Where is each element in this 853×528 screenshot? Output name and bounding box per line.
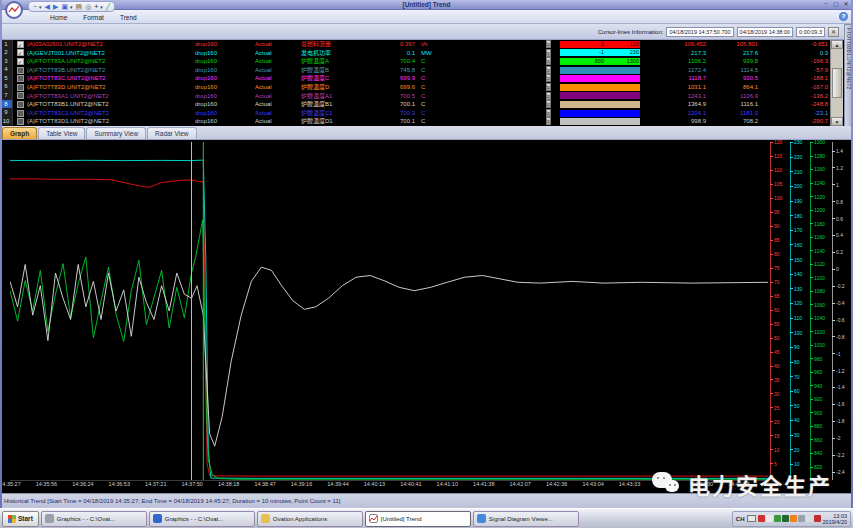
update-icon[interactable] — [790, 515, 797, 522]
scale-bar[interactable]: -1120 — [560, 41, 642, 48]
zoom-icon[interactable]: ◎ — [85, 2, 91, 11]
scale-bar[interactable] — [560, 84, 642, 91]
point-settings-icon[interactable]: ≡ — [546, 100, 551, 108]
alert-icon[interactable] — [758, 515, 765, 522]
chevron-down-icon[interactable]: ▾ — [39, 4, 42, 10]
scale-bar-fill[interactable]: -1120 — [560, 41, 640, 48]
window-layout-icon[interactable]: ▣ — [61, 2, 68, 11]
point-name[interactable]: (A)FTOTT83A1.UNIT2@NET2 — [27, 92, 195, 101]
trend-chart[interactable]: 14:35:2714:35:5614:36:2414:36:5314:37:21… — [0, 140, 853, 493]
point-settings-icon[interactable]: ≡ — [546, 66, 551, 74]
cursor-info-close-button[interactable]: ✕ — [828, 27, 839, 37]
start-button[interactable]: Start — [2, 511, 39, 527]
table-row[interactable]: 9(A)FTOTT83C1.UNIT2@NET2drop160Actual炉膛温… — [0, 109, 853, 118]
table-row[interactable]: 2✓(A)GEVJT001.UNIT2@NET2drop160Actual发电机… — [0, 49, 853, 58]
point-name[interactable]: (A)FTOTT83B.UNIT2@NET2 — [27, 66, 195, 75]
pen-trend-icon[interactable]: ╱ — [106, 2, 110, 11]
table-row[interactable]: 4(A)FTOTT83B.UNIT2@NET2drop160Actual炉膛温度… — [0, 66, 853, 75]
checkbox-icon[interactable]: ✓ — [17, 58, 24, 65]
point-name[interactable]: (A)03A02601.UNIT2@NET2 — [27, 40, 195, 49]
warning-icon[interactable] — [814, 515, 821, 522]
point-settings-button[interactable]: ≡ — [546, 83, 560, 92]
table-row[interactable]: 1✓(A)03A02601.UNIT2@NET2drop160Actual总燃料… — [0, 40, 853, 49]
tab-table-view[interactable]: Table View — [38, 127, 85, 139]
scrollbar-thumb[interactable] — [832, 68, 842, 98]
checkbox-icon[interactable] — [17, 110, 24, 117]
checkbox-icon[interactable] — [17, 75, 24, 82]
scale-bar-fill[interactable]: -1230 — [560, 49, 640, 56]
point-settings-icon[interactable]: ≡ — [546, 57, 551, 65]
scale-bar[interactable]: -1230 — [560, 49, 642, 56]
scale-bar[interactable]: 8001300 — [560, 58, 642, 65]
keyboard-icon[interactable] — [747, 515, 756, 522]
visibility-checkbox[interactable] — [13, 110, 27, 117]
scale-bar-fill[interactable] — [560, 84, 640, 91]
menu-item-format[interactable]: Format — [83, 14, 104, 21]
checkbox-icon[interactable] — [17, 67, 24, 74]
point-settings-button[interactable]: ≡ — [546, 49, 560, 58]
point-name[interactable]: (A)GEVJT001.UNIT2@NET2 — [27, 49, 195, 58]
taskbar-item[interactable]: Graphics - - C:\Ovat... — [149, 511, 255, 527]
visibility-checkbox[interactable] — [13, 84, 27, 91]
taskbar-item[interactable]: Graphics - - C:\Ovat... — [41, 511, 147, 527]
table-row[interactable]: 6(A)FTOTT83D.UNIT2@NET2drop160Actual炉膛温度… — [0, 83, 853, 92]
menu-item-trend[interactable]: Trend — [120, 14, 137, 21]
point-settings-icon[interactable]: ≡ — [546, 49, 551, 57]
scale-bar[interactable] — [560, 92, 642, 99]
point-settings-button[interactable]: ≡ — [546, 66, 560, 75]
visibility-checkbox[interactable] — [13, 67, 27, 74]
point-settings-icon[interactable]: ≡ — [546, 109, 551, 117]
tray-clock[interactable]: 13:03 2019/4/20 — [823, 513, 847, 525]
scale-bar-fill[interactable] — [560, 118, 640, 125]
checkbox-icon[interactable]: ✓ — [17, 49, 24, 56]
point-settings-button[interactable]: ≡ — [546, 92, 560, 101]
point-settings-button[interactable]: ≡ — [546, 40, 560, 49]
point-settings-icon[interactable]: ≡ — [546, 92, 551, 100]
visibility-checkbox[interactable]: ✓ — [13, 49, 27, 56]
scale-bar-fill[interactable] — [560, 110, 640, 117]
trend-chart-icon[interactable]: ~ — [33, 2, 37, 11]
checkbox-icon[interactable] — [17, 84, 24, 91]
visibility-checkbox[interactable] — [13, 101, 27, 108]
visibility-checkbox[interactable]: ✓ — [13, 41, 27, 48]
point-name[interactable]: (A)FTOTT83C.UNIT2@NET2 — [27, 74, 195, 83]
menu-item-home[interactable]: Home — [50, 14, 67, 21]
scale-bar[interactable] — [560, 67, 642, 74]
point-settings-button[interactable]: ≡ — [546, 100, 560, 109]
table-row[interactable]: 10(A)FTOTT83D1.UNIT2@NET2drop160Actual炉膛… — [0, 117, 853, 126]
point-settings-button[interactable]: ≡ — [546, 117, 560, 126]
report-icon[interactable]: ▤ — [76, 2, 83, 11]
checkbox-icon[interactable] — [17, 118, 24, 125]
point-settings-icon[interactable]: ≡ — [546, 117, 551, 125]
scroll-up-icon[interactable]: ▲ — [831, 40, 843, 49]
display-icon[interactable] — [798, 515, 805, 522]
point-settings-icon[interactable]: ≡ — [546, 74, 551, 82]
tab-radar-view[interactable]: Radar View — [147, 127, 196, 139]
volume-icon[interactable] — [806, 515, 813, 522]
visibility-checkbox[interactable]: ✓ — [13, 58, 27, 65]
scroll-down-icon[interactable]: ▼ — [831, 117, 843, 126]
back-icon[interactable]: ◀ — [45, 2, 50, 11]
point-name[interactable]: (A)FTOTT83D.UNIT2@NET2 — [27, 83, 195, 92]
table-row[interactable]: 8(A)FTOTT83B1.UNIT2@NET2drop160Actual炉膛温… — [0, 100, 853, 109]
point-settings-button[interactable]: ≡ — [546, 57, 560, 66]
scale-bar-fill[interactable] — [560, 67, 640, 74]
point-settings-button[interactable]: ≡ — [546, 74, 560, 83]
tab-graph[interactable]: Graph — [2, 127, 37, 139]
add-icon[interactable]: + — [94, 2, 98, 11]
chevron-down-icon[interactable]: ▾ — [100, 4, 103, 10]
flag-icon[interactable] — [766, 515, 773, 522]
scale-bar-fill[interactable] — [560, 92, 640, 99]
app-logo-icon[interactable] — [5, 1, 23, 19]
visibility-checkbox[interactable] — [13, 92, 27, 99]
close-icon[interactable]: ✕ — [842, 0, 850, 7]
scale-bar-fill[interactable] — [560, 101, 640, 108]
visibility-checkbox[interactable] — [13, 75, 27, 82]
point-name[interactable]: (A)FTOTT83C1.UNIT2@NET2 — [27, 109, 195, 118]
table-row[interactable]: 5(A)FTOTT83C.UNIT2@NET2drop160Actual炉膛温度… — [0, 74, 853, 83]
scale-bar-fill[interactable]: 8001300 — [560, 58, 640, 65]
app-icon[interactable] — [782, 515, 789, 522]
tab-summary-view[interactable]: Summary View — [86, 127, 146, 139]
point-settings-button[interactable]: ≡ — [546, 109, 560, 118]
chart-plot-area[interactable] — [10, 142, 768, 480]
